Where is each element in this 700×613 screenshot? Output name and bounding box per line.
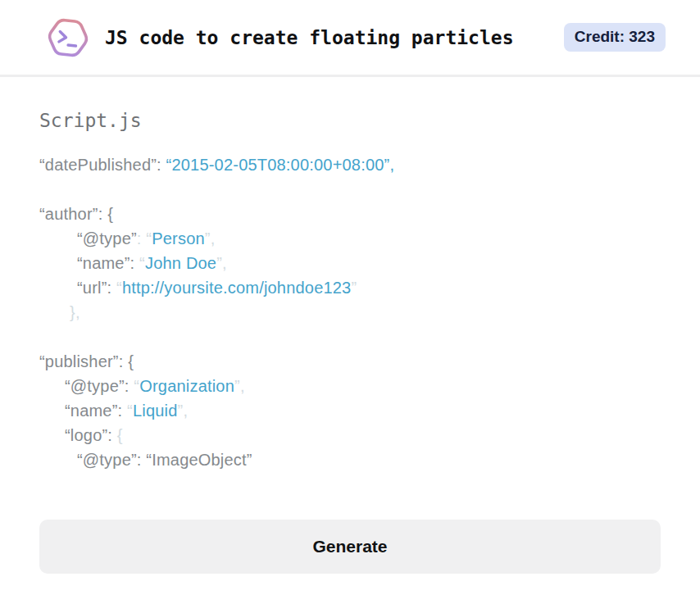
code-segment: { (117, 426, 123, 444)
code-line: “url”: “http://yoursite.com/johndoe123” (39, 275, 661, 300)
code-line: “@type”: “Person”, (39, 226, 661, 251)
code-segment: “2015-02-05T08:00:00+08:00”, (166, 156, 395, 174)
code-line: “author”: { (39, 202, 661, 226)
code-segment: Organization (139, 377, 234, 395)
code-line: “publisher”: { (39, 349, 661, 374)
app-window: JS code to create floating particles Cre… (0, 0, 700, 613)
code-line: “logo”: { (39, 423, 661, 447)
code-segment: “ (116, 279, 122, 297)
code-segment: “@type” (77, 229, 137, 247)
code-line: “name”: “John Doe”, (39, 251, 661, 275)
code-segment: John Doe (145, 254, 216, 272)
code-segment: “logo”: (65, 426, 117, 444)
code-segment: “publisher”: { (39, 352, 134, 370)
code-line: }, (39, 300, 661, 325)
code-line: “datePublished”: “2015-02-05T08:00:00+08… (39, 152, 661, 177)
credit-badge: Credit: 323 (564, 23, 666, 52)
script-filename: Script.js (39, 108, 661, 133)
code-segment: “@type”: (65, 377, 134, 395)
generate-button[interactable]: Generate (39, 520, 661, 574)
code-segment: Person (152, 229, 205, 247)
terminal-hexagon-icon (45, 15, 91, 61)
code-segment: Liquid (133, 402, 178, 420)
code-block: “datePublished”: “2015-02-05T08:00:00+08… (39, 152, 661, 472)
header: JS code to create floating particles Cre… (0, 0, 700, 77)
code-segment: ”, (205, 229, 216, 247)
code-segment: http://yoursite.com/johndoe123 (122, 279, 352, 297)
code-segment: “datePublished”: (39, 156, 166, 174)
code-line: “@type”: “Organization”, (39, 374, 661, 398)
content-area: Script.js “datePublished”: “2015-02-05T0… (0, 77, 700, 574)
code-segment: ”, (234, 377, 245, 395)
code-segment: “ (139, 254, 145, 272)
page-title: JS code to create floating particles (105, 27, 514, 48)
code-segment: : (137, 229, 147, 247)
code-segment: ”, (216, 254, 227, 272)
code-segment: “ (127, 402, 133, 420)
code-line (39, 177, 661, 202)
code-line: “@type”: “ImageObject” (39, 447, 661, 472)
code-segment: “author”: { (39, 205, 113, 223)
code-segment: “@type”: “ImageObject” (77, 451, 252, 469)
code-segment: “url”: (77, 279, 116, 297)
code-line: “name”: “Liquid”, (39, 398, 661, 423)
code-segment: }, (70, 303, 80, 321)
code-segment: ” (351, 279, 357, 297)
code-segment: “name”: (77, 254, 139, 272)
code-segment: ”, (178, 402, 189, 420)
code-segment: “name”: (65, 402, 127, 420)
code-line (39, 325, 661, 349)
